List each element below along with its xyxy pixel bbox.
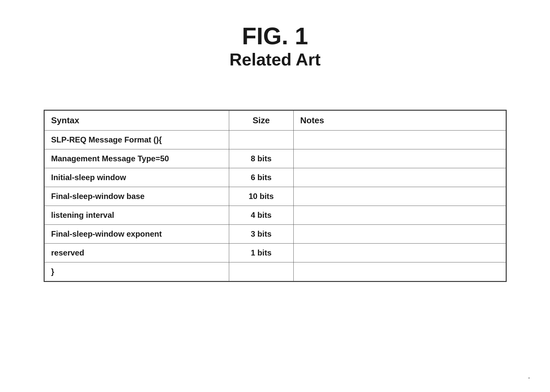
- cell-size-1: 8 bits: [229, 149, 293, 168]
- cell-syntax-6: reserved: [44, 243, 229, 262]
- table-row: Management Message Type=508 bits: [44, 149, 506, 168]
- cell-size-5: 3 bits: [229, 224, 293, 243]
- col-header-notes: Notes: [293, 110, 506, 130]
- cell-notes-5: [293, 224, 506, 243]
- data-table-container: Syntax Size Notes SLP-REQ Message Format…: [44, 110, 507, 282]
- table-row: reserved1 bits: [44, 243, 506, 262]
- cell-notes-6: [293, 243, 506, 262]
- col-header-size: Size: [229, 110, 293, 130]
- cell-size-3: 10 bits: [229, 187, 293, 206]
- cell-syntax-0: SLP-REQ Message Format (){: [44, 130, 229, 149]
- cell-syntax-4: listening interval: [44, 206, 229, 224]
- cell-notes-4: [293, 206, 506, 224]
- cell-size-6: 1 bits: [229, 243, 293, 262]
- cell-syntax-2: Initial-sleep window: [44, 168, 229, 187]
- cell-size-7: [229, 262, 293, 281]
- col-header-syntax: Syntax: [44, 110, 229, 130]
- table-row: Initial-sleep window6 bits: [44, 168, 506, 187]
- table-row: Final-sleep-window exponent3 bits: [44, 224, 506, 243]
- cell-notes-2: [293, 168, 506, 187]
- cell-size-2: 6 bits: [229, 168, 293, 187]
- table-header-row: Syntax Size Notes: [44, 110, 506, 130]
- cell-syntax-3: Final-sleep-window base: [44, 187, 229, 206]
- table-row: listening interval4 bits: [44, 206, 506, 224]
- cell-size-4: 4 bits: [229, 206, 293, 224]
- cell-syntax-5: Final-sleep-window exponent: [44, 224, 229, 243]
- page-dot: ·: [528, 373, 530, 382]
- page-title-container: FIG. 1 Related Art: [230, 23, 320, 70]
- table-row: Final-sleep-window base10 bits: [44, 187, 506, 206]
- cell-syntax-1: Management Message Type=50: [44, 149, 229, 168]
- cell-notes-1: [293, 149, 506, 168]
- cell-notes-7: [293, 262, 506, 281]
- cell-notes-0: [293, 130, 506, 149]
- cell-notes-3: [293, 187, 506, 206]
- cell-syntax-7: }: [44, 262, 229, 281]
- cell-size-0: [229, 130, 293, 149]
- fig-subtitle: Related Art: [230, 49, 320, 70]
- table-row: }: [44, 262, 506, 281]
- syntax-table: Syntax Size Notes SLP-REQ Message Format…: [44, 110, 506, 281]
- fig-title: FIG. 1: [230, 23, 320, 49]
- table-row: SLP-REQ Message Format (){: [44, 130, 506, 149]
